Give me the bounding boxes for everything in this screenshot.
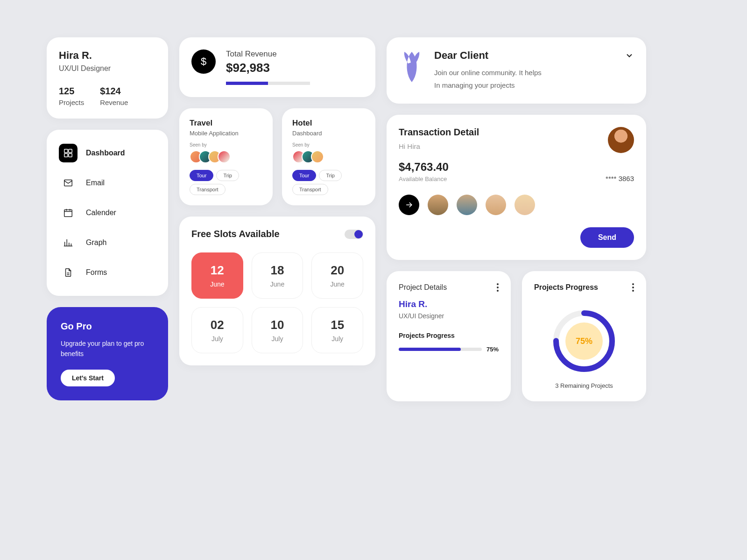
nav-forms[interactable]: Forms: [55, 258, 160, 287]
nav-label: Email: [86, 179, 105, 187]
tx-greeting: Hi Hira: [399, 142, 479, 150]
more-icon[interactable]: [497, 283, 499, 292]
graph-icon: [59, 233, 78, 252]
contact-avatar[interactable]: [486, 195, 506, 215]
client-desc-2: In managing your projects: [434, 79, 634, 91]
chevron-down-icon[interactable]: [625, 51, 634, 60]
slot-day: 15: [312, 318, 363, 332]
tx-balance-label: Available Balance: [399, 175, 449, 182]
tag-transport[interactable]: Transport: [190, 184, 226, 195]
avatar: [311, 150, 324, 163]
client-desc-1: Join our online community. It helps: [434, 66, 634, 79]
tx-title: Transaction Detail: [399, 127, 479, 138]
leaf-icon: [399, 49, 425, 85]
slot-day: 18: [252, 263, 303, 278]
pd-title: Project Details: [399, 283, 447, 292]
slot-item[interactable]: 10 July: [252, 307, 303, 353]
add-contact-button[interactable]: [399, 195, 419, 215]
revenue-count: $124: [100, 86, 128, 97]
slot-month: June: [252, 280, 303, 288]
nav-graph[interactable]: Graph: [55, 228, 160, 258]
cat-sub: Mobile Application: [190, 130, 262, 137]
gopro-card: Go Pro Upgrade your plan to get pro bene…: [47, 307, 168, 400]
gopro-desc: Upgrade your plan to get pro benefits: [61, 338, 154, 359]
pd-progress-label: Projects Progress: [399, 332, 499, 339]
contact-avatar[interactable]: [457, 195, 477, 215]
avatar-group: [190, 150, 262, 163]
dashboard-icon: [59, 144, 78, 162]
svg-rect-5: [64, 210, 72, 217]
nav-label: Graph: [86, 238, 106, 247]
slot-item[interactable]: 15 July: [311, 307, 363, 353]
pp-remaining: 3 Remaining Projects: [534, 382, 634, 389]
slots-toggle[interactable]: [345, 230, 363, 239]
contact-avatar[interactable]: [514, 195, 535, 215]
projects-label: Projects: [59, 98, 84, 106]
slot-day: 12: [192, 263, 243, 278]
nav-dashboard[interactable]: Dashboard: [55, 138, 160, 168]
slot-day: 20: [312, 263, 363, 278]
client-card: Dear Client Join our online community. I…: [387, 37, 646, 104]
gopro-title: Go Pro: [61, 321, 154, 332]
travel-card[interactable]: Travel Mobile Application Seen by Tour T…: [179, 108, 273, 205]
slot-item[interactable]: 02 July: [191, 307, 243, 353]
revenue-amount: $92,983: [226, 61, 310, 75]
tx-amount: $4,763.40: [399, 161, 449, 174]
tag-tour[interactable]: Tour: [190, 170, 213, 181]
pd-role: UX/UI Designer: [399, 312, 499, 320]
dollar-icon: $: [191, 49, 216, 74]
user-avatar[interactable]: [608, 127, 634, 153]
slot-month: July: [312, 335, 363, 343]
svg-rect-1: [69, 149, 72, 153]
pd-name: Hira R.: [399, 299, 499, 309]
pp-title: Projects Progress: [534, 283, 598, 292]
cat-sub: Dashboard: [292, 130, 365, 137]
slot-month: June: [312, 280, 363, 288]
revenue-label: Revenue: [100, 98, 128, 106]
project-details-card: Project Details Hira R. UX/UI Designer P…: [387, 271, 511, 401]
projects-progress-card: Projects Progress 75% 3 Remaining Projec…: [522, 271, 646, 401]
nav-card: Dashboard Email Calender Graph Forms: [47, 130, 168, 296]
transaction-card: Transaction Detail Hi Hira $4,763.40 Ava…: [387, 115, 646, 260]
tag-trip[interactable]: Trip: [216, 170, 239, 181]
slot-day: 10: [252, 318, 303, 332]
pd-progress-bar: [399, 348, 482, 351]
tag-trip[interactable]: Trip: [319, 170, 342, 181]
pd-percent: 75%: [486, 346, 499, 353]
revenue-label: Total Revenue: [226, 49, 310, 59]
svg-rect-0: [64, 149, 68, 153]
nav-calendar[interactable]: Calender: [55, 198, 160, 228]
hotel-card[interactable]: Hotel Dashboard Seen by Tour Trip Transp…: [282, 108, 375, 205]
cat-title: Travel: [190, 119, 262, 128]
slot-item[interactable]: 20 June: [311, 252, 363, 299]
slot-month: June: [192, 280, 243, 288]
ring-percent: 75%: [576, 336, 592, 346]
avatar: [218, 150, 231, 163]
svg-rect-3: [69, 154, 72, 157]
slot-item[interactable]: 12 June: [191, 252, 243, 299]
profile-card: Hira R. UX/UI Designer 125 Projects $124…: [47, 37, 168, 119]
calendar-icon: [59, 203, 78, 222]
contact-avatar[interactable]: [428, 195, 448, 215]
projects-count: 125: [59, 86, 84, 97]
revenue-card: $ Total Revenue $92,983: [179, 37, 375, 97]
tag-transport[interactable]: Transport: [292, 184, 328, 195]
gopro-button[interactable]: Let's Start: [61, 370, 115, 386]
revenue-bar: [226, 82, 310, 85]
cat-seen: Seen by: [190, 142, 262, 147]
cat-seen: Seen by: [292, 142, 365, 147]
nav-email[interactable]: Email: [55, 168, 160, 198]
nav-label: Forms: [86, 268, 107, 277]
tx-card-number: **** 3863: [606, 175, 634, 182]
client-title: Dear Client: [434, 49, 488, 62]
progress-ring: 75%: [551, 308, 617, 374]
more-icon[interactable]: [632, 283, 634, 301]
tag-tour[interactable]: Tour: [292, 170, 316, 181]
slots-title: Free Slots Available: [191, 229, 280, 239]
nav-label: Dashboard: [86, 149, 125, 157]
slot-day: 02: [192, 318, 243, 332]
cat-title: Hotel: [292, 119, 365, 128]
send-button[interactable]: Send: [580, 227, 634, 248]
forms-icon: [59, 263, 78, 282]
slot-item[interactable]: 18 June: [252, 252, 303, 299]
